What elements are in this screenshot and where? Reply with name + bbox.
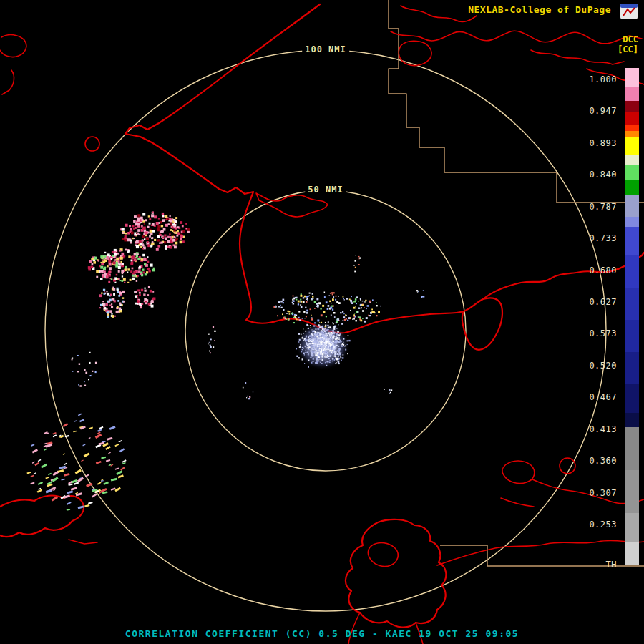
echo-pixel — [145, 290, 147, 292]
echo-pixel — [325, 350, 326, 351]
echo-pixel — [153, 298, 156, 301]
echo-pixel — [311, 362, 312, 364]
echo-pixel — [292, 299, 293, 301]
echo-pixel — [286, 313, 287, 314]
echo-pixel — [321, 340, 323, 342]
echo-pixel — [320, 362, 321, 363]
echo-pixel — [170, 246, 172, 249]
echo-pixel — [318, 361, 320, 362]
echo-pixel — [108, 281, 110, 283]
echo-pixel — [134, 259, 137, 262]
echo-pixel — [160, 221, 162, 224]
echo-pixel — [317, 320, 319, 322]
echo-pixel — [95, 371, 97, 373]
echo-pixel — [131, 260, 133, 262]
echo-pixel — [316, 328, 317, 330]
echo-pixel — [152, 245, 153, 247]
echo-pixel — [109, 275, 110, 276]
echo-pixel — [96, 276, 98, 278]
echo-pixel — [136, 280, 137, 282]
echo-pixel — [84, 385, 86, 386]
echo-pixel — [315, 341, 316, 343]
echo-pixel — [356, 311, 357, 313]
echo-pixel — [301, 306, 303, 308]
echo-pixel — [423, 296, 424, 297]
echo-pixel — [157, 239, 160, 241]
echo-pixel — [312, 331, 313, 332]
echo-pixel — [325, 325, 326, 326]
echo-pixel — [127, 282, 129, 283]
echo-pixel — [102, 260, 104, 261]
echo-pixel — [351, 302, 353, 304]
echo-pixel — [125, 224, 128, 227]
echo-pixel — [174, 230, 176, 232]
echo-pixel — [311, 333, 312, 335]
echo-pixel — [120, 280, 122, 281]
echo-pixel — [30, 482, 34, 484]
echo-pixel — [300, 344, 301, 346]
echo-pixel — [148, 270, 150, 272]
echo-pixel — [338, 350, 339, 351]
echo-pixel — [349, 299, 351, 301]
echo-pixel — [296, 348, 298, 350]
echo-pixel — [120, 467, 125, 470]
echo-pixel — [67, 491, 74, 494]
echo-pixel — [311, 318, 313, 321]
colorbar-tick: 0.627 — [564, 297, 617, 307]
echo-pixel — [311, 317, 313, 318]
echo-pixel — [160, 234, 162, 236]
echo-pixel — [324, 292, 326, 293]
echo-pixel — [127, 272, 128, 273]
echo-pixel — [308, 344, 309, 346]
echo-pixel — [304, 346, 306, 347]
echo-pixel — [298, 319, 299, 321]
colorbar-tick: 0.573 — [564, 328, 617, 338]
echo-pixel — [111, 313, 112, 315]
echo-pixel — [143, 233, 145, 235]
echo-pixel — [328, 321, 329, 323]
echo-pixel — [175, 232, 176, 233]
echo-pixel — [311, 339, 313, 341]
echo-pixel — [313, 338, 313, 338]
echo-pixel — [334, 316, 336, 318]
echo-pixel — [319, 327, 321, 328]
echo-pixel — [342, 343, 343, 345]
echo-pixel — [338, 324, 338, 325]
echo-pixel — [352, 318, 353, 320]
echo-pixel — [313, 361, 314, 362]
echo-pixel — [321, 334, 323, 336]
echo-pixel — [329, 362, 330, 363]
echo-pixel — [296, 299, 297, 301]
echo-pixel — [318, 347, 319, 348]
echo-pixel — [283, 317, 285, 319]
echo-pixel — [299, 339, 301, 341]
echo-pixel — [142, 213, 145, 216]
echo-pixel — [157, 228, 160, 231]
echo-pixel — [127, 238, 130, 241]
echo-pixel — [312, 329, 313, 330]
echo-pixel — [313, 325, 315, 326]
echo-pixel — [322, 341, 323, 342]
echo-pixel — [151, 301, 152, 303]
echo-pixel — [303, 353, 305, 355]
echo-pixel — [101, 457, 106, 459]
echo-pixel — [338, 363, 340, 364]
echo-pixel — [130, 242, 132, 244]
echo-pixel — [347, 340, 348, 341]
echo-pixel — [318, 345, 319, 346]
echo-pixel — [348, 340, 350, 341]
echo-pixel — [180, 241, 182, 244]
echo-pixel — [332, 341, 333, 341]
echo-pixel — [137, 229, 140, 232]
echo-pixel — [132, 225, 135, 228]
echo-pixel — [331, 292, 333, 293]
echo-pixel — [318, 335, 319, 336]
echo-pixel — [125, 266, 127, 269]
echo-pixel — [316, 343, 317, 345]
radar-map-canvas — [0, 0, 644, 644]
echo-pixel — [360, 320, 362, 322]
echo-pixel — [312, 296, 313, 297]
echo-pixel — [336, 358, 338, 361]
echo-pixel — [364, 307, 366, 308]
echo-pixel — [72, 359, 73, 361]
